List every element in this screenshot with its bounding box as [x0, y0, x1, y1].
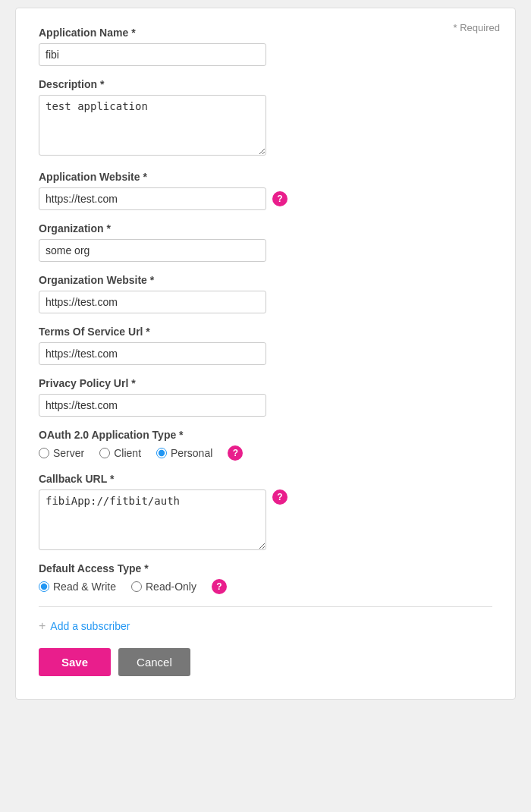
oauth-personal-label: Personal: [171, 447, 212, 459]
save-button[interactable]: Save: [39, 648, 111, 676]
access-type-group: Default Access Type * Read & Write Read-…: [39, 562, 492, 594]
oauth-server-option[interactable]: Server: [39, 447, 84, 459]
description-label: Description *: [39, 78, 492, 90]
oauth-server-radio[interactable]: [39, 448, 49, 458]
oauth-client-label: Client: [114, 447, 141, 459]
oauth-label: OAuth 2.0 Application Type *: [39, 429, 492, 441]
callback-group: Callback URL * fibiApp://fitbit/auth ?: [39, 473, 492, 550]
org-website-label: Organization Website *: [39, 274, 492, 286]
oauth-personal-option[interactable]: Personal: [156, 447, 212, 459]
add-subscriber-label: Add a subscriber: [50, 620, 130, 632]
access-type-label: Default Access Type *: [39, 562, 492, 574]
callback-label: Callback URL *: [39, 473, 492, 485]
form-card: * Required Application Name * Descriptio…: [15, 8, 516, 700]
add-subscriber-link[interactable]: + Add a subscriber: [39, 619, 492, 633]
privacy-label: Privacy Policy Url *: [39, 377, 492, 389]
app-name-group: Application Name *: [39, 27, 492, 66]
organization-group: Organization *: [39, 222, 492, 262]
organization-label: Organization *: [39, 222, 492, 234]
oauth-server-label: Server: [53, 447, 84, 459]
description-group: Description * test application: [39, 78, 492, 159]
tos-group: Terms Of Service Url *: [39, 326, 492, 365]
oauth-group: OAuth 2.0 Application Type * Server Clie…: [39, 429, 492, 461]
access-readwrite-option[interactable]: Read & Write: [39, 581, 116, 593]
app-website-help-icon[interactable]: ?: [272, 191, 287, 206]
organization-input[interactable]: [39, 239, 266, 262]
app-website-input[interactable]: [39, 187, 266, 210]
app-name-label: Application Name *: [39, 27, 492, 39]
cancel-button[interactable]: Cancel: [118, 648, 190, 676]
callback-help-icon[interactable]: ?: [272, 489, 287, 505]
org-website-input[interactable]: [39, 291, 266, 313]
app-website-label: Application Website *: [39, 171, 492, 183]
access-readonly-radio[interactable]: [131, 581, 142, 592]
tos-label: Terms Of Service Url *: [39, 326, 492, 338]
oauth-personal-radio[interactable]: [156, 448, 167, 458]
divider: [39, 606, 492, 607]
access-readonly-option[interactable]: Read-Only: [131, 581, 196, 593]
oauth-client-option[interactable]: Client: [99, 447, 141, 459]
access-readwrite-label: Read & Write: [53, 581, 116, 593]
access-readwrite-radio[interactable]: [39, 581, 49, 592]
plus-icon: +: [39, 619, 46, 633]
org-website-group: Organization Website *: [39, 274, 492, 313]
access-readonly-label: Read-Only: [146, 581, 196, 593]
description-input[interactable]: test application: [39, 95, 266, 156]
access-help-icon[interactable]: ?: [212, 579, 227, 594]
callback-input[interactable]: fibiApp://fitbit/auth: [39, 489, 266, 550]
app-website-group: Application Website * ?: [39, 171, 492, 210]
oauth-client-radio[interactable]: [99, 448, 110, 458]
privacy-input[interactable]: [39, 394, 266, 417]
tos-input[interactable]: [39, 342, 266, 365]
oauth-help-icon[interactable]: ?: [228, 445, 243, 461]
button-row: Save Cancel: [39, 648, 492, 676]
required-note: * Required: [454, 22, 500, 33]
privacy-group: Privacy Policy Url *: [39, 377, 492, 417]
app-name-input[interactable]: [39, 43, 266, 66]
